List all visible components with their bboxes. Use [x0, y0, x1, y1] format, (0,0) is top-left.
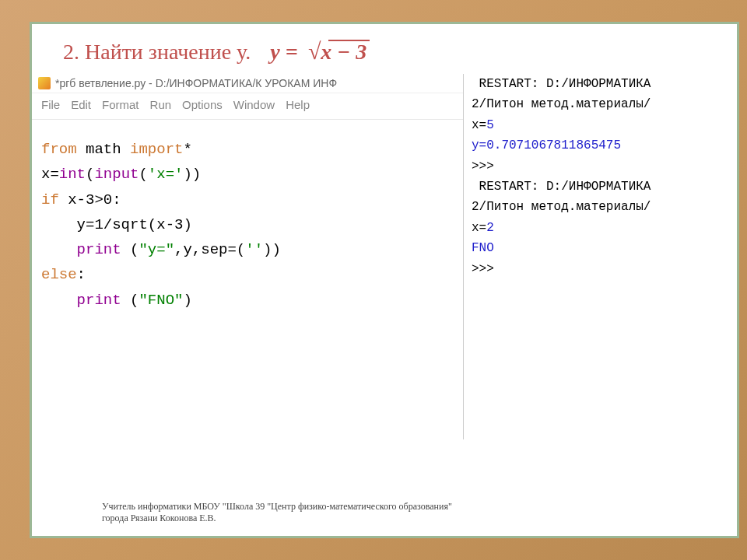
output-fno: FNO: [472, 238, 732, 258]
output-restart-1b: 2/Питон метод.материалы/: [472, 94, 732, 114]
code-line-6: else:: [41, 262, 454, 287]
editor-panel: *ргб ветвление.ру - D:/ИНФОРМАТИКА/К УРО…: [32, 74, 464, 439]
menu-edit[interactable]: Edit: [71, 98, 91, 111]
menu-window[interactable]: Window: [233, 98, 275, 111]
menu-options[interactable]: Options: [182, 98, 223, 111]
code-line-7: print ("FNO"): [41, 288, 454, 313]
editor-titlebar: *ргб ветвление.ру - D:/ИНФОРМАТИКА/К УРО…: [32, 74, 463, 93]
code-line-3: if x-3>0:: [41, 187, 454, 212]
menu-file[interactable]: File: [41, 98, 60, 111]
code-area[interactable]: from math import* x=int(input('x=')) if …: [32, 120, 463, 322]
editor-menubar: File Edit Format Run Options Window Help: [32, 93, 463, 120]
content-row: *ргб ветвление.ру - D:/ИНФОРМАТИКА/К УРО…: [32, 74, 737, 439]
output-x-2: x=2: [472, 218, 732, 238]
output-prompt-2: >>>: [472, 259, 732, 279]
heading-text: Найти значение у.: [85, 40, 251, 64]
footer-line-1: Учитель информатики МБОУ "Школа 39 "Цент…: [102, 501, 452, 513]
menu-run[interactable]: Run: [150, 98, 172, 111]
output-prompt-1: >>>: [472, 156, 732, 177]
menu-format[interactable]: Format: [102, 98, 139, 111]
menu-help[interactable]: Help: [286, 98, 310, 111]
output-restart-2b: 2/Питон метод.материалы/: [472, 197, 732, 217]
code-line-1: from math import*: [41, 137, 454, 162]
code-line-4: y=1/sqrt(x-3): [41, 212, 454, 237]
output-restart-1a: RESTART: D:/ИНФОРМАТИКА: [472, 74, 732, 94]
python-file-icon: [38, 77, 51, 89]
output-x-1: x=5: [472, 115, 732, 135]
code-line-2: x=int(input('x=')): [41, 162, 454, 187]
output-panel: RESTART: D:/ИНФОРМАТИКА 2/Питон метод.ма…: [464, 74, 737, 439]
slide-container: 2. Найти значение у. y = √x − 3 *ргб вет…: [30, 22, 739, 538]
output-restart-2a: RESTART: D:/ИНФОРМАТИКА: [472, 177, 732, 197]
slide-heading: 2. Найти значение у. y = √x − 3: [32, 24, 737, 74]
formula-rhs: x − 3: [321, 40, 366, 64]
heading-number: 2.: [63, 40, 79, 64]
footer-line-2: города Рязани Коконова Е.В.: [102, 513, 452, 525]
slide-footer: Учитель информатики МБОУ "Школа 39 "Цент…: [102, 501, 452, 525]
output-y-1: y=0.7071067811865475: [472, 135, 732, 156]
code-line-5: print ("y=",y,sep=('')): [41, 237, 454, 262]
formula-radical: √: [308, 38, 321, 64]
formula-lhs: y =: [270, 40, 297, 64]
titlebar-text: *ргб ветвление.ру - D:/ИНФОРМАТИКА/К УРО…: [55, 77, 337, 89]
